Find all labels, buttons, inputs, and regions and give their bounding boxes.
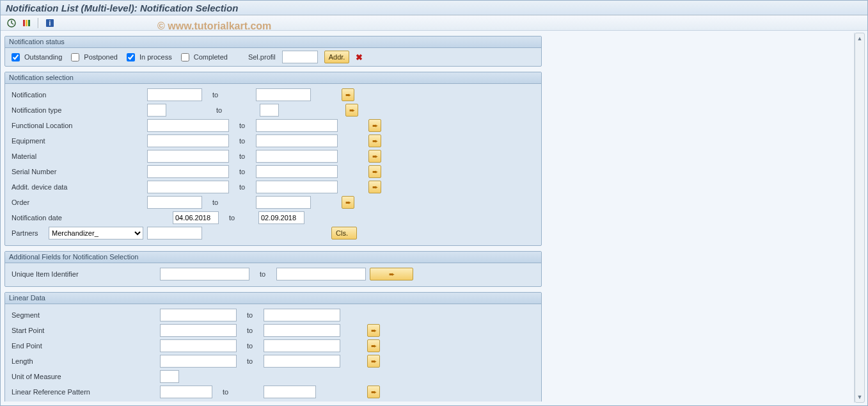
label: Functional Location (9, 122, 143, 129)
date-to-input[interactable] (258, 211, 304, 224)
addit-to-input[interactable] (256, 181, 338, 193)
scroll-down-icon[interactable]: ▼ (856, 393, 864, 402)
selprofil-label: Sel.profil (246, 53, 276, 61)
delete-icon[interactable]: ✖ (356, 53, 363, 61)
multi-select-button[interactable]: ➨ (367, 324, 380, 337)
to-label: to (223, 214, 255, 222)
outstanding-input[interactable] (12, 53, 20, 61)
serial-from-input[interactable] (147, 165, 229, 178)
addr-button[interactable]: Addr. (324, 51, 350, 63)
notification-to-input[interactable] (256, 88, 311, 101)
info-button[interactable]: i (43, 17, 57, 29)
vertical-scrollbar[interactable]: ▲ ▼ (855, 33, 865, 403)
label: Serial Number (9, 168, 143, 175)
row-order: Order to ➨ (9, 195, 537, 209)
multi-select-button[interactable]: ➨ (345, 104, 358, 117)
equipment-to-input[interactable] (256, 134, 338, 147)
to-label: to (233, 168, 252, 175)
scroll-up-icon[interactable]: ▲ (856, 34, 864, 43)
outstanding-checkbox[interactable]: Outstanding (9, 51, 62, 63)
section-notification-status: Notification status Outstanding Postpone… (4, 36, 542, 67)
row-funcloc: Functional Location to ➨ (9, 118, 537, 133)
multi-select-button[interactable]: ➨ (368, 181, 381, 193)
label: Notification (9, 91, 143, 99)
type-from-input[interactable] (147, 104, 166, 117)
status-row: Outstanding Postponed In process Complet… (5, 48, 541, 66)
section-linear-data: Linear Data Segment to Start Point to ➨ (4, 292, 542, 402)
end-to-input[interactable] (264, 339, 340, 352)
partners-select[interactable]: Merchandizer_ (49, 227, 143, 240)
uii-to-input[interactable] (276, 268, 366, 280)
multi-select-button[interactable]: ➨ (368, 165, 381, 178)
multi-select-button[interactable]: ➨ (367, 339, 380, 352)
label: Equipment (9, 137, 143, 145)
row-uom: Unit of Measure (9, 369, 537, 384)
postponed-input[interactable] (71, 53, 79, 61)
completed-checkbox[interactable]: Completed (178, 51, 228, 63)
postponed-checkbox[interactable]: Postponed (68, 51, 118, 63)
variants-button[interactable] (20, 17, 34, 29)
order-to-input[interactable] (256, 196, 311, 209)
inprocess-label: In process (139, 53, 172, 61)
notification-from-input[interactable] (147, 88, 202, 101)
addit-from-input[interactable] (147, 181, 229, 193)
to-label: to (241, 357, 260, 365)
segment-from-input[interactable] (160, 309, 237, 321)
arrow-right-icon: ➨ (372, 137, 378, 145)
serial-to-input[interactable] (256, 165, 338, 178)
multi-select-button[interactable]: ➨ (367, 386, 380, 398)
arrow-right-icon: ➨ (345, 91, 351, 99)
label: Notification type (9, 106, 143, 114)
multi-select-button[interactable]: ➨ (342, 196, 354, 209)
to-label: to (206, 199, 252, 206)
toolbar: i (1, 15, 867, 31)
multi-select-button[interactable]: ➨ (367, 355, 380, 368)
completed-input[interactable] (181, 53, 189, 61)
equipment-from-input[interactable] (147, 134, 229, 147)
length-from-input[interactable] (160, 355, 237, 368)
multi-select-button[interactable]: ➨ (368, 119, 381, 132)
arrow-right-icon: ➨ (371, 357, 377, 366)
segment-to-input[interactable] (264, 309, 340, 321)
lrp-to-input[interactable] (264, 386, 316, 398)
label: Linear Reference Pattern (9, 388, 156, 396)
clock-run-icon (6, 18, 17, 28)
start-from-input[interactable] (160, 324, 237, 337)
multi-select-button[interactable]: ➨ (342, 88, 354, 101)
date-from-input[interactable] (173, 211, 219, 224)
cls-button[interactable]: Cls. (331, 227, 357, 240)
svg-rect-3 (28, 20, 30, 26)
type-to-input[interactable] (260, 104, 279, 117)
length-to-input[interactable] (264, 355, 340, 368)
inprocess-input[interactable] (127, 53, 135, 61)
partner-value-input[interactable] (147, 227, 202, 240)
funcloc-from-input[interactable] (147, 119, 229, 132)
funcloc-to-input[interactable] (256, 119, 338, 132)
multi-select-button[interactable]: ➨ (370, 268, 413, 280)
inprocess-checkbox[interactable]: In process (124, 51, 172, 63)
execute-button[interactable] (4, 17, 19, 29)
toolbar-separator (38, 18, 39, 28)
uom-input[interactable] (160, 370, 179, 383)
lrp-from-input[interactable] (160, 386, 212, 398)
row-addit: Addit. device data to ➨ (9, 180, 537, 194)
section-notification-selection: Notification selection Notification to ➨… (4, 72, 542, 246)
to-label: to (206, 91, 252, 99)
uii-from-input[interactable] (160, 268, 249, 280)
row-partners: Partners Merchandizer_ Cls. (9, 226, 537, 240)
material-to-input[interactable] (256, 150, 338, 163)
arrow-right-icon: ➨ (372, 122, 378, 130)
order-from-input[interactable] (147, 196, 202, 209)
variants-icon (22, 18, 32, 28)
material-from-input[interactable] (147, 150, 229, 163)
row-segment: Segment to (9, 308, 537, 322)
multi-select-button[interactable]: ➨ (368, 150, 381, 163)
arrow-right-icon: ➨ (389, 270, 395, 279)
content-area: Notification status Outstanding Postpone… (4, 31, 853, 402)
label: Unique Item Identifier (9, 270, 156, 278)
start-to-input[interactable] (264, 324, 340, 337)
selprofil-input[interactable] (282, 51, 318, 63)
row-lrp: Linear Reference Pattern to ➨ (9, 385, 537, 399)
multi-select-button[interactable]: ➨ (368, 134, 381, 147)
end-from-input[interactable] (160, 339, 237, 352)
